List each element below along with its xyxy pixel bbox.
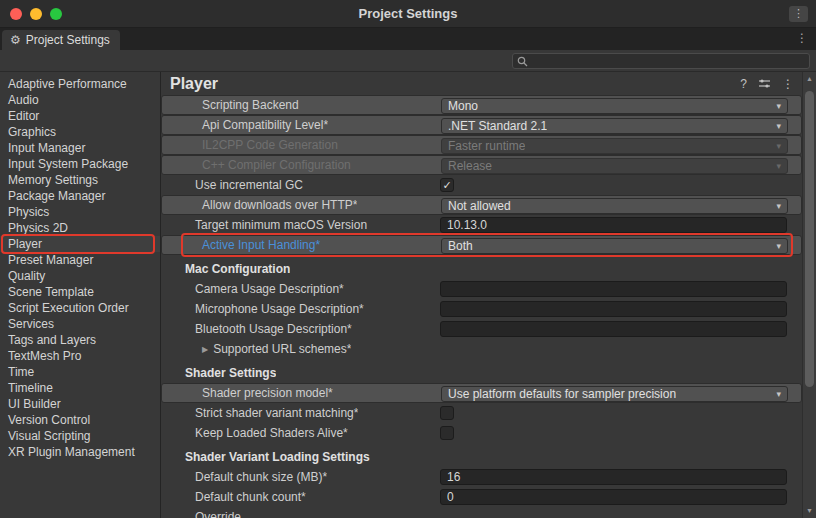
- sidebar-item-quality[interactable]: Quality: [0, 268, 160, 284]
- dropdown-value: .NET Standard 2.1: [448, 119, 547, 133]
- setting-label: Default chunk count*: [161, 490, 306, 504]
- zoom-window-button[interactable]: [50, 8, 62, 20]
- checkbox-keep-loaded-shaders-alive[interactable]: [440, 426, 454, 440]
- sidebar-item-textmesh-pro[interactable]: TextMesh Pro: [0, 348, 160, 364]
- close-window-button[interactable]: [10, 8, 22, 20]
- sidebar-item-player[interactable]: Player: [0, 236, 160, 252]
- field-microphone-usage-description[interactable]: [440, 301, 787, 317]
- chevron-down-icon: ▾: [776, 141, 781, 151]
- dropdown-scripting-backend[interactable]: Mono▾: [441, 98, 788, 114]
- sidebar-item-timeline[interactable]: Timeline: [0, 380, 160, 396]
- row-active-input-handling: Active Input Handling*Both▾: [161, 235, 802, 255]
- search-input[interactable]: [532, 54, 809, 68]
- vertical-scrollbar[interactable]: ▲ ▼: [802, 72, 816, 518]
- setting-label: Default chunk size (MB)*: [161, 470, 327, 484]
- dropdown-shader-precision-model[interactable]: Use platform defaults for sampler precis…: [441, 386, 788, 402]
- project-settings-window: Project Settings ⋮ ⚙ Project Settings ⋮ …: [0, 0, 816, 518]
- row-default-chunk-size-mb: Default chunk size (MB)*: [161, 467, 802, 487]
- dropdown-value: Release: [448, 159, 492, 173]
- setting-label: Camera Usage Description*: [161, 282, 344, 296]
- sidebar-item-tags-and-layers[interactable]: Tags and Layers: [0, 332, 160, 348]
- sidebar-item-services[interactable]: Services: [0, 316, 160, 332]
- dropdown-api-compatibility-level[interactable]: .NET Standard 2.1▾: [441, 118, 788, 134]
- sidebar-item-graphics[interactable]: Graphics: [0, 124, 160, 140]
- sidebar-item-ui-builder[interactable]: UI Builder: [0, 396, 160, 412]
- chevron-down-icon: ▾: [776, 121, 781, 131]
- sidebar-item-physics-2d[interactable]: Physics 2D: [0, 220, 160, 236]
- setting-label: IL2CPP Code Generation: [168, 138, 338, 152]
- sidebar-item-xr-plugin-management[interactable]: XR Plugin Management: [0, 444, 160, 460]
- traffic-lights: [0, 8, 62, 20]
- content: Adaptive PerformanceAudioEditorGraphicsI…: [0, 72, 816, 518]
- setting-label: Strict shader variant matching*: [161, 406, 358, 420]
- setting-label: Active Input Handling*: [168, 238, 320, 252]
- setting-label: Microphone Usage Description*: [161, 302, 364, 316]
- row-override: Override: [161, 507, 802, 518]
- dropdown-c-compiler-configuration: Release▾: [441, 158, 788, 174]
- chevron-down-icon: ▾: [776, 101, 781, 111]
- field-target-minimum-macos-version[interactable]: [440, 217, 787, 233]
- setting-label: Target minimum macOS Version: [161, 218, 367, 232]
- setting-label: Use incremental GC: [161, 178, 303, 192]
- window-menu-button[interactable]: ⋮: [789, 6, 808, 22]
- sidebar-item-package-manager[interactable]: Package Manager: [0, 188, 160, 204]
- sidebar-item-adaptive-performance[interactable]: Adaptive Performance: [0, 76, 160, 92]
- row-keep-loaded-shaders-alive: Keep Loaded Shaders Alive*: [161, 423, 802, 443]
- chevron-down-icon: ▾: [776, 241, 781, 251]
- sidebar-item-visual-scripting[interactable]: Visual Scripting: [0, 428, 160, 444]
- tab-bar: ⚙ Project Settings ⋮: [0, 28, 816, 50]
- sidebar-item-time[interactable]: Time: [0, 364, 160, 380]
- search-box[interactable]: [512, 53, 810, 69]
- checkbox-strict-shader-variant-matching[interactable]: [440, 406, 454, 420]
- row-use-incremental-gc: Use incremental GC✓: [161, 175, 802, 195]
- setting-label: Keep Loaded Shaders Alive*: [161, 426, 348, 440]
- setting-label: Override: [161, 510, 241, 518]
- row-strict-shader-variant-matching: Strict shader variant matching*: [161, 403, 802, 423]
- checkbox-use-incremental-gc[interactable]: ✓: [440, 178, 454, 192]
- minimize-window-button[interactable]: [30, 8, 42, 20]
- section-title: Shader Variant Loading Settings: [161, 450, 370, 464]
- row-microphone-usage-description: Microphone Usage Description*: [161, 299, 802, 319]
- setting-label: Api Compatibility Level*: [168, 118, 328, 132]
- scroll-down-icon[interactable]: ▼: [803, 505, 816, 517]
- search-icon: [517, 56, 528, 67]
- tab-project-settings[interactable]: ⚙ Project Settings: [2, 30, 120, 50]
- sidebar-item-version-control[interactable]: Version Control: [0, 412, 160, 428]
- chevron-down-icon: ▾: [776, 389, 781, 399]
- help-icon[interactable]: ?: [740, 77, 747, 91]
- sidebar-item-input-manager[interactable]: Input Manager: [0, 140, 160, 156]
- dropdown-active-input-handling[interactable]: Both▾: [441, 238, 788, 254]
- scrollbar-thumb[interactable]: [805, 91, 814, 387]
- tab-options-button[interactable]: ⋮: [796, 31, 808, 45]
- sidebar-item-script-execution-order[interactable]: Script Execution Order: [0, 300, 160, 316]
- setting-label: Allow downloads over HTTP*: [168, 198, 357, 212]
- toolbar: [0, 50, 816, 72]
- field-bluetooth-usage-description[interactable]: [440, 321, 787, 337]
- sidebar-item-input-system-package[interactable]: Input System Package: [0, 156, 160, 172]
- field-camera-usage-description[interactable]: [440, 281, 787, 297]
- section-title: Shader Settings: [161, 366, 276, 380]
- row-mac-configuration: Mac Configuration: [161, 259, 802, 279]
- dropdown-allow-downloads-over-http[interactable]: Not allowed▾: [441, 198, 788, 214]
- sidebar-item-editor[interactable]: Editor: [0, 108, 160, 124]
- row-allow-downloads-over-http: Allow downloads over HTTP*Not allowed▾: [161, 195, 802, 215]
- scroll-up-icon[interactable]: ▲: [803, 73, 816, 85]
- sidebar-item-memory-settings[interactable]: Memory Settings: [0, 172, 160, 188]
- titlebar: Project Settings ⋮: [0, 0, 816, 28]
- field-default-chunk-size-mb[interactable]: [440, 469, 787, 485]
- sidebar-item-scene-template[interactable]: Scene Template: [0, 284, 160, 300]
- sidebar-item-audio[interactable]: Audio: [0, 92, 160, 108]
- dropdown-value: Use platform defaults for sampler precis…: [448, 387, 676, 401]
- window-title: Project Settings: [0, 6, 816, 21]
- presets-icon[interactable]: [758, 78, 771, 90]
- tab-label: Project Settings: [26, 33, 110, 47]
- kebab-menu-icon[interactable]: ⋮: [782, 77, 794, 91]
- sidebar-item-preset-manager[interactable]: Preset Manager: [0, 252, 160, 268]
- row-bluetooth-usage-description: Bluetooth Usage Description*: [161, 319, 802, 339]
- foldout-arrow-icon[interactable]: ▶: [202, 345, 208, 354]
- chevron-down-icon: ▾: [776, 201, 781, 211]
- sidebar-item-physics[interactable]: Physics: [0, 204, 160, 220]
- setting-label[interactable]: ▶Supported URL schemes*: [161, 342, 351, 356]
- row-il2cpp-code-generation: IL2CPP Code GenerationFaster runtime▾: [161, 135, 802, 155]
- field-default-chunk-count[interactable]: [440, 489, 787, 505]
